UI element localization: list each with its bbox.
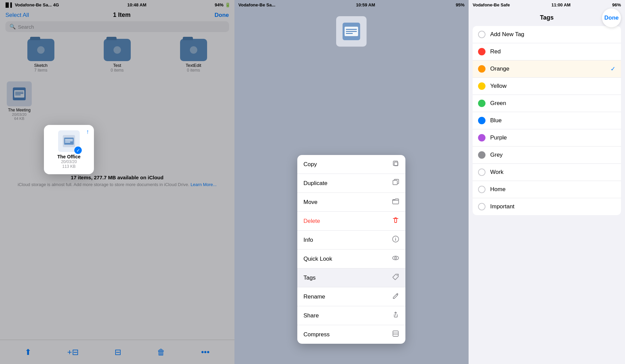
popup-filesize: 113 KB — [62, 164, 75, 169]
tag-dot-purple — [478, 134, 485, 141]
tag-dot-yellow — [478, 82, 485, 90]
tag-item-blue[interactable]: Blue — [473, 112, 621, 129]
file-icon-preview — [336, 16, 367, 47]
tag-label-add-new: Add New Tag — [490, 31, 616, 38]
menu-item-copy[interactable]: Copy — [297, 155, 405, 174]
duplicate-icon — [392, 179, 399, 188]
popup-filename: The Office — [57, 154, 80, 159]
tag-item-red[interactable]: Red — [473, 43, 621, 60]
tag-dot-orange — [478, 65, 485, 73]
carrier-2: Vodafone-Be Sa... — [239, 2, 276, 7]
copy-icon — [392, 160, 399, 169]
tags-title: Tags — [540, 14, 554, 21]
menu-item-share[interactable]: Share — [297, 306, 405, 325]
tag-dot-work — [478, 168, 485, 176]
tag-item-orange[interactable]: Orange ✓ — [473, 60, 621, 78]
svg-rect-25 — [393, 331, 398, 336]
tag-dot-red — [478, 48, 485, 55]
share-menu-icon — [392, 311, 399, 320]
tag-item-add-new[interactable]: Add New Tag — [473, 26, 621, 43]
menu-item-compress[interactable]: Compress — [297, 325, 405, 344]
tag-item-important[interactable]: Important — [473, 198, 621, 215]
menu-item-quicklook[interactable]: Quick Look — [297, 250, 405, 268]
tag-dot-blue — [478, 117, 485, 124]
popup-filedate: 20/03/20 — [61, 159, 77, 164]
svg-point-20 — [395, 238, 396, 238]
tag-item-yellow[interactable]: Yellow — [473, 78, 621, 95]
popup-file-icon: ✓ — [58, 130, 80, 152]
time-2: 10:59 AM — [356, 2, 375, 7]
tag-label-home: Home — [490, 186, 616, 193]
tag-dot-grey — [478, 151, 485, 159]
tag-icon — [392, 273, 399, 282]
battery-2: 95% — [456, 2, 465, 7]
status-bar-3: Vodafone-Be Safe 11:00 AM 96% — [469, 0, 625, 9]
menu-item-move[interactable]: Move — [297, 193, 405, 212]
tag-dot-important — [478, 203, 485, 210]
dim-overlay-1 — [0, 0, 234, 364]
svg-rect-18 — [393, 200, 399, 204]
tag-label-purple: Purple — [490, 134, 616, 141]
status-bar-2: Vodafone-Be Sa... 10:59 AM 95% — [234, 0, 469, 9]
upload-icon: ↑ — [86, 128, 89, 135]
tag-label-orange: Orange — [490, 66, 606, 72]
tag-item-purple[interactable]: Purple — [473, 129, 621, 147]
tags-header: Tags Done — [469, 9, 625, 26]
tag-label-green: Green — [490, 100, 616, 107]
svg-rect-17 — [393, 180, 397, 185]
tag-item-grey[interactable]: Grey — [473, 147, 621, 164]
tags-list: Add New Tag Red Orange ✓ Yellow Green Bl… — [473, 26, 621, 215]
menu-item-rename[interactable]: Rename — [297, 287, 405, 306]
pencil-icon — [392, 292, 399, 301]
tags-done-button[interactable]: Done — [602, 8, 621, 27]
tag-item-green[interactable]: Green — [473, 95, 621, 112]
menu-item-info[interactable]: Info — [297, 231, 405, 250]
tag-label-important: Important — [490, 203, 616, 210]
time-3: 11:00 AM — [551, 2, 571, 7]
info-icon — [392, 235, 399, 244]
tag-label-grey: Grey — [490, 152, 616, 158]
tag-dot-add-new — [478, 31, 485, 38]
menu-item-tags[interactable]: Tags — [297, 268, 405, 287]
eye-icon — [392, 254, 399, 263]
menu-item-duplicate[interactable]: Duplicate — [297, 174, 405, 193]
tag-label-red: Red — [490, 48, 616, 55]
tag-dot-home — [478, 186, 485, 193]
panel-files: ▐▌▌ Vodafone-Be Sa... 4G 10:48 AM 94% 🔋 … — [0, 0, 234, 364]
file-preview-2 — [234, 9, 469, 50]
tag-label-work: Work — [490, 169, 616, 176]
tag-item-home[interactable]: Home — [473, 181, 621, 198]
tag-label-blue: Blue — [490, 117, 616, 124]
svg-point-23 — [395, 257, 397, 259]
compress-icon — [392, 330, 399, 339]
trash-menu-icon — [392, 216, 399, 226]
move-icon — [392, 198, 399, 207]
selection-check: ✓ — [74, 147, 82, 154]
menu-item-delete[interactable]: Delete — [297, 212, 405, 231]
selection-popup: ↑ ✓ The Office 20/03/20 113 KB — [44, 125, 94, 174]
panel-tags: Vodafone-Be Safe 11:00 AM 96% Tags Done … — [469, 0, 625, 364]
panel-context-menu: Vodafone-Be Sa... 10:59 AM 95% Copy Dupl… — [234, 0, 469, 364]
svg-point-24 — [397, 275, 398, 276]
tag-check-orange: ✓ — [610, 65, 616, 73]
carrier-3: Vodafone-Be Safe — [473, 2, 510, 7]
tag-label-yellow: Yellow — [490, 83, 616, 89]
tag-item-work[interactable]: Work — [473, 164, 621, 181]
svg-rect-15 — [393, 161, 398, 165]
battery-3: 96% — [612, 2, 621, 7]
tag-dot-green — [478, 100, 485, 107]
context-menu: Copy Duplicate Move Delete — [297, 155, 405, 344]
